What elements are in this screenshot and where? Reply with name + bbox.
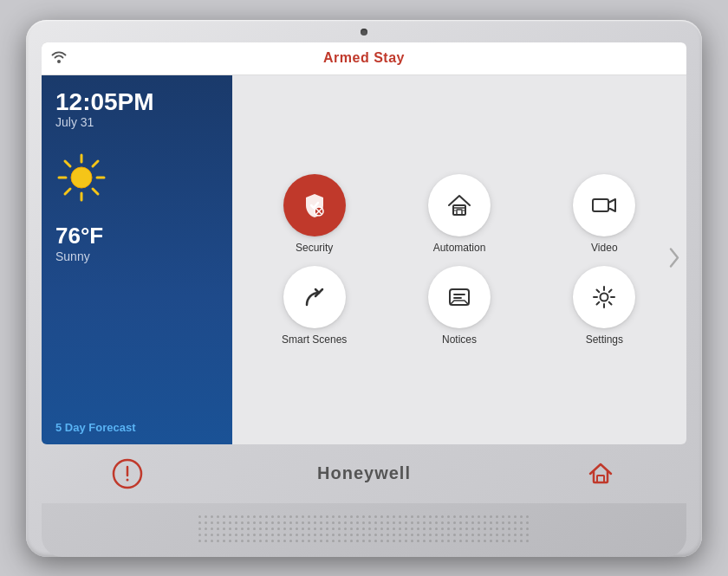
brand-name: Honeywell: [317, 463, 411, 483]
device-shell: Armed Stay 12:05PM July 31: [26, 20, 702, 557]
camera-dot: [361, 29, 367, 36]
menu-item-video[interactable]: Video: [540, 174, 669, 254]
smart-scenes-label: Smart Scenes: [282, 333, 347, 346]
menu-item-security[interactable]: Security: [250, 174, 379, 254]
settings-button[interactable]: [573, 266, 635, 328]
main-content: 12:05PM July 31: [42, 75, 686, 444]
svg-line-7: [93, 161, 98, 166]
weather-icon: [55, 152, 218, 207]
condition-display: Sunny: [55, 249, 218, 263]
svg-line-5: [65, 161, 70, 166]
forecast-link[interactable]: 5 Day Forecast: [55, 421, 218, 434]
weather-panel: 12:05PM July 31: [42, 75, 232, 444]
chevron-right-icon[interactable]: [667, 245, 681, 274]
bottom-bar: Honeywell: [42, 444, 686, 503]
menu-grid: Security: [250, 174, 669, 346]
security-label: Security: [296, 242, 333, 254]
video-label: Video: [591, 242, 617, 254]
menu-item-automation[interactable]: Automation: [394, 174, 523, 254]
smart-scenes-button[interactable]: [283, 266, 346, 328]
svg-point-0: [71, 167, 92, 188]
automation-button[interactable]: [428, 174, 491, 236]
home-button[interactable]: [584, 457, 617, 490]
security-button[interactable]: [283, 174, 346, 236]
wifi-icon: [50, 49, 68, 67]
menu-panel: Security: [232, 75, 686, 444]
svg-point-24: [127, 478, 129, 481]
menu-item-settings[interactable]: Settings: [540, 266, 669, 346]
svg-line-6: [93, 189, 98, 194]
alert-button[interactable]: [111, 457, 144, 490]
status-bar: Armed Stay: [42, 42, 686, 75]
speaker-grille: // Generate dots inline via JS after par…: [42, 503, 686, 557]
screen: Armed Stay 12:05PM July 31: [42, 42, 686, 444]
menu-item-smart-scenes[interactable]: Smart Scenes: [250, 266, 379, 346]
svg-rect-17: [593, 199, 608, 211]
video-button[interactable]: [573, 174, 635, 236]
temperature-display: 76°F: [55, 223, 218, 249]
armed-status-text: Armed Stay: [323, 50, 405, 66]
speaker-dots: // Generate dots inline via JS after par…: [198, 515, 530, 544]
svg-point-21: [601, 293, 608, 301]
time-display: 12:05PM: [55, 89, 218, 116]
menu-item-notices[interactable]: Notices: [394, 266, 523, 346]
notices-label: Notices: [442, 333, 477, 346]
automation-label: Automation: [433, 242, 486, 254]
date-display: July 31: [55, 115, 218, 129]
notices-button[interactable]: [428, 266, 491, 328]
svg-line-8: [65, 189, 70, 194]
settings-label: Settings: [586, 333, 623, 346]
